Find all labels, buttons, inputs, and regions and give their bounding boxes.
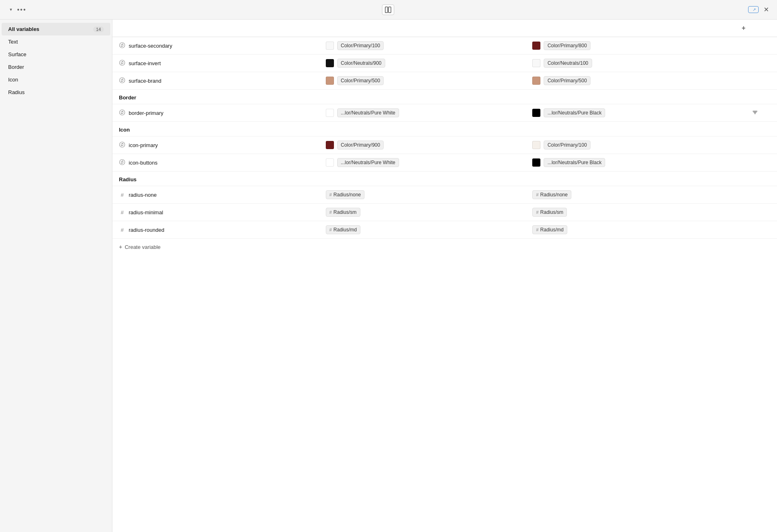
dark-value-cell: #Radius/sm xyxy=(532,208,726,217)
sidebar-item-all-variables[interactable]: All variables14 xyxy=(2,23,110,35)
table-row[interactable]: #radius-rounded#Radius/md#Radius/md xyxy=(112,221,777,239)
dark-mode-cell[interactable]: Color/Primary/500 xyxy=(526,72,733,90)
dark-mode-cell[interactable]: Color/Primary/800 xyxy=(526,37,733,55)
light-value-text: Color/Primary/500 xyxy=(341,78,380,84)
svg-point-5 xyxy=(120,110,125,115)
light-value-text: Radius/sm xyxy=(334,209,357,215)
light-mode-cell[interactable]: Color/Neutrals/900 xyxy=(319,55,526,72)
dark-mode-cell[interactable]: #Radius/sm xyxy=(526,204,733,221)
light-mode-cell[interactable]: ...lor/Neutrals/Pure White xyxy=(319,104,526,122)
variable-name: surface-secondary xyxy=(129,43,172,49)
dark-value-chip[interactable]: Color/Primary/100 xyxy=(544,141,590,149)
dark-value-text: Radius/none xyxy=(540,192,568,198)
svg-point-3 xyxy=(120,60,125,65)
light-value-text: Color/Primary/100 xyxy=(341,43,380,48)
add-column-button[interactable]: + xyxy=(739,24,748,32)
dark-value-chip[interactable]: #Radius/sm xyxy=(532,208,567,217)
header: ▾ ••• ↗ ✕ xyxy=(0,0,777,20)
light-value-chip[interactable]: Color/Primary/100 xyxy=(337,41,384,50)
light-value-chip[interactable]: #Radius/md xyxy=(326,225,360,234)
light-value-chip[interactable]: Color/Primary/900 xyxy=(337,141,384,149)
dark-mode-cell[interactable]: ...lor/Neutrals/Pure Black xyxy=(526,154,733,171)
create-variable-row[interactable]: +Create variable xyxy=(112,239,777,255)
action-cell xyxy=(733,204,777,221)
dark-mode-cell[interactable]: ...lor/Neutrals/Pure Black xyxy=(526,104,733,122)
action-cell xyxy=(733,37,777,55)
sidebar-item-border[interactable]: Border xyxy=(2,61,110,73)
external-link-icon: ↗ xyxy=(753,7,756,12)
plus-icon: + xyxy=(119,244,122,250)
name-cell: surface-secondary xyxy=(112,37,319,55)
table-row[interactable]: #radius-none#Radius/none#Radius/none xyxy=(112,186,777,204)
dark-mode-cell[interactable]: #Radius/none xyxy=(526,186,733,204)
svg-point-2 xyxy=(120,42,125,48)
more-options-button[interactable]: ••• xyxy=(15,4,28,15)
panel-toggle-button[interactable] xyxy=(382,4,394,15)
dark-mode-cell[interactable]: Color/Neutrals/100 xyxy=(526,55,733,72)
dark-value-chip[interactable]: Color/Primary/500 xyxy=(544,76,590,85)
table-row[interactable]: icon-buttons...lor/Neutrals/Pure White..… xyxy=(112,154,777,171)
dark-color-swatch xyxy=(532,59,540,67)
dark-value-chip[interactable]: ...lor/Neutrals/Pure Black xyxy=(544,158,605,167)
light-mode-cell[interactable]: Color/Primary/500 xyxy=(319,72,526,90)
light-mode-cell[interactable]: #Radius/md xyxy=(319,221,526,239)
name-cell-content: icon-primary xyxy=(119,141,313,149)
light-value-chip[interactable]: #Radius/none xyxy=(326,190,365,199)
light-mode-cell[interactable]: ...lor/Neutrals/Pure White xyxy=(319,154,526,171)
dark-value-chip[interactable]: #Radius/md xyxy=(532,225,567,234)
light-value-chip[interactable]: Color/Primary/500 xyxy=(337,76,384,85)
dark-mode-cell[interactable]: #Radius/md xyxy=(526,221,733,239)
light-value-cell: ...lor/Neutrals/Pure White xyxy=(326,158,520,167)
light-value-text: Radius/none xyxy=(334,192,361,198)
create-variable-button[interactable]: +Create variable xyxy=(119,244,770,250)
dark-mode-cell[interactable]: Color/Primary/100 xyxy=(526,136,733,154)
light-value-chip[interactable]: ...lor/Neutrals/Pure White xyxy=(337,158,399,167)
sidebar-item-surface[interactable]: Surface xyxy=(2,48,110,61)
section-header-icon: Icon xyxy=(112,122,777,136)
name-cell-content: #radius-rounded xyxy=(119,226,313,233)
name-cell: #radius-rounded xyxy=(112,221,319,239)
action-cell xyxy=(733,221,777,239)
variable-name: surface-brand xyxy=(129,78,161,84)
light-mode-cell[interactable]: Color/Primary/900 xyxy=(319,136,526,154)
light-value-cell: Color/Primary/100 xyxy=(326,41,520,50)
table-row[interactable]: surface-brandColor/Primary/500Color/Prim… xyxy=(112,72,777,90)
filter-icon[interactable] xyxy=(751,109,759,117)
chip-hash-icon: # xyxy=(536,192,538,197)
dark-value-chip[interactable]: #Radius/none xyxy=(532,190,571,199)
dark-color-swatch xyxy=(532,141,540,149)
table-row[interactable]: surface-secondaryColor/Primary/100Color/… xyxy=(112,37,777,55)
light-value-chip[interactable]: ...lor/Neutrals/Pure White xyxy=(337,108,399,117)
light-mode-cell[interactable]: #Radius/sm xyxy=(319,204,526,221)
dark-value-chip[interactable]: ...lor/Neutrals/Pure Black xyxy=(544,108,605,117)
table-row[interactable]: #radius-minimal#Radius/sm#Radius/sm xyxy=(112,204,777,221)
section-header-label: Border xyxy=(112,90,777,104)
alias-icon xyxy=(119,141,125,149)
variable-name: icon-primary xyxy=(129,142,158,148)
light-mode-cell[interactable]: #Radius/none xyxy=(319,186,526,204)
dark-value-chip[interactable]: Color/Primary/800 xyxy=(544,41,590,50)
close-button[interactable]: ✕ xyxy=(762,4,770,15)
add-column-header[interactable]: + xyxy=(733,20,777,37)
create-variable-label: Create variable xyxy=(125,244,160,250)
variable-name: radius-minimal xyxy=(129,209,163,215)
light-value-chip[interactable]: Color/Neutrals/900 xyxy=(337,59,385,68)
svg-point-9 xyxy=(120,142,125,147)
sidebar-item-text[interactable]: Text xyxy=(2,35,110,48)
hash-icon: # xyxy=(119,191,125,198)
sidebar-item-label: Icon xyxy=(8,77,18,83)
dark-value-cell: Color/Neutrals/100 xyxy=(532,59,726,68)
table-row[interactable]: surface-invertColor/Neutrals/900Color/Ne… xyxy=(112,55,777,72)
name-cell: surface-invert xyxy=(112,55,319,72)
sidebar-item-label: Border xyxy=(8,64,24,70)
light-value-chip[interactable]: #Radius/sm xyxy=(326,208,360,217)
dark-value-chip[interactable]: Color/Neutrals/100 xyxy=(544,59,592,68)
light-mode-cell[interactable]: Color/Primary/100 xyxy=(319,37,526,55)
chevron-down-icon: ▾ xyxy=(10,7,12,12)
table-row[interactable]: border-primary...lor/Neutrals/Pure White… xyxy=(112,104,777,122)
table-row[interactable]: icon-primaryColor/Primary/900Color/Prima… xyxy=(112,136,777,154)
create-variable-cell: +Create variable xyxy=(112,239,777,255)
header-center xyxy=(382,4,394,15)
sidebar-item-icon[interactable]: Icon xyxy=(2,73,110,86)
sidebar-item-radius[interactable]: Radius xyxy=(2,86,110,99)
